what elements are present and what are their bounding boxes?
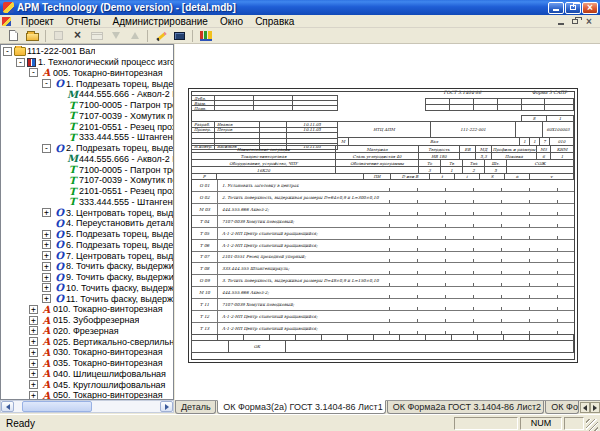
- form-cell: [515, 121, 543, 138]
- maximize-button[interactable]: [565, 2, 581, 14]
- tree-item[interactable]: +A050. Токарно-винторезная: [1, 390, 173, 400]
- tab-2[interactable]: ОК Форма3(2а) ГОСТ 3.1404-86 Лист1: [217, 400, 385, 414]
- tree-item[interactable]: T7107-0039 - Хомутик поводко: [1, 111, 173, 122]
- expand-toggle[interactable]: +: [29, 359, 38, 368]
- collapse-toggle[interactable]: -: [16, 58, 25, 67]
- expand-toggle[interactable]: +: [29, 326, 38, 335]
- menu-item-Справка[interactable]: Справка: [249, 15, 300, 28]
- expand-toggle[interactable]: +: [29, 337, 38, 346]
- tree-item[interactable]: M444.555.666 - Аквол-2 ГОСТ 5: [1, 89, 173, 100]
- process-icon: [27, 58, 36, 67]
- resize-grip[interactable]: [586, 419, 598, 431]
- tree-item[interactable]: T7100-0005 - Патрон трехкулач: [1, 100, 173, 111]
- tab-scroll-left-button[interactable]: [580, 402, 590, 413]
- tree-item[interactable]: +A025. Вертикально-сверлильная: [1, 336, 173, 347]
- tree-item[interactable]: T7100-0005 - Патрон трехкулач: [1, 164, 173, 175]
- tree-item[interactable]: T333.444.555 - Штангенциркул: [1, 132, 173, 143]
- expand-toggle[interactable]: +: [42, 240, 51, 249]
- tree-item[interactable]: T333.444.555 - Штангенциркул: [1, 197, 173, 208]
- tree-item[interactable]: -1. Технологический процесс изготовления: [1, 57, 173, 68]
- collapse-toggle[interactable]: -: [42, 144, 51, 153]
- form-cell: [253, 105, 293, 111]
- expand-toggle[interactable]: +: [29, 369, 38, 378]
- tree-item[interactable]: +A030. Токарно-винторезная: [1, 347, 173, 358]
- project-tree-panel[interactable]: -111-222-001 Вал-1. Технологический проц…: [0, 44, 174, 400]
- open-project-button[interactable]: [23, 28, 42, 43]
- expand-toggle[interactable]: +: [29, 380, 38, 389]
- scrollbar-thumb[interactable]: [22, 401, 92, 412]
- expand-toggle[interactable]: +: [42, 294, 51, 303]
- tree-item[interactable]: +A020. Фрезерная: [1, 326, 173, 337]
- tree-item[interactable]: +O9. Точить фаску, выдерживая ра: [1, 272, 173, 283]
- tree-item[interactable]: T2101-0551 - Резец проходной: [1, 186, 173, 197]
- expand-toggle[interactable]: +: [42, 208, 51, 217]
- tree-item-label: 9. Точить фаску, выдерживая ра: [66, 272, 173, 282]
- scroll-left-button[interactable]: [1, 401, 14, 412]
- tree-item-label: 1. Подрезать торец, выдерживая: [66, 79, 173, 89]
- scrollbar-track[interactable]: [14, 401, 160, 412]
- tree-item[interactable]: +O5. Подрезать торец, выдерживая: [1, 229, 173, 240]
- mdi-minimize-button[interactable]: [554, 16, 568, 27]
- expand-toggle[interactable]: +: [42, 262, 51, 271]
- mdi-restore-button[interactable]: [568, 16, 582, 27]
- view-button[interactable]: [170, 28, 189, 43]
- collapse-toggle[interactable]: -: [42, 79, 51, 88]
- new-document-button[interactable]: [4, 28, 23, 43]
- tree-item[interactable]: +O10. Точить фаску, выдерживая р: [1, 283, 173, 294]
- close-button[interactable]: ×: [582, 2, 598, 14]
- scroll-right-button[interactable]: [160, 401, 173, 412]
- expand-toggle[interactable]: +: [42, 230, 51, 239]
- t-letter-icon: T: [66, 164, 79, 175]
- collapse-toggle[interactable]: -: [29, 68, 38, 77]
- menu-item-Администрирование[interactable]: Администрирование: [107, 15, 214, 28]
- expand-toggle[interactable]: +: [42, 283, 51, 292]
- operation-code: Т 08: [192, 263, 218, 274]
- tree-item[interactable]: +A045. Круглошлифовальная: [1, 379, 173, 390]
- tree-item[interactable]: +O8. Точить фаску, выдерживая ра: [1, 261, 173, 272]
- delete-button[interactable]: ×: [68, 28, 87, 43]
- tab-4[interactable]: ОК Форм: [545, 401, 579, 414]
- expand-toggle[interactable]: +: [42, 251, 51, 260]
- form-frame: 81Дубл.Взам.Подп.Разраб.Иванов10.11.05Пр…: [191, 91, 575, 360]
- tree-item[interactable]: +A035. Токарно-винторезная: [1, 358, 173, 369]
- calculate-button[interactable]: [196, 28, 215, 43]
- edit-button[interactable]: [151, 28, 170, 43]
- move-down-icon: [112, 32, 120, 39]
- tree-item[interactable]: -A005. Токарно-винторезная: [1, 68, 173, 79]
- operation-text: 2101-0551 Резец проходной упорный;: [218, 254, 574, 259]
- form-row: Подп.: [192, 106, 338, 111]
- menu-item-Окно[interactable]: Окно: [214, 15, 249, 28]
- expand-toggle[interactable]: +: [29, 348, 38, 357]
- tree-item[interactable]: +O7. Центровать торец, выдержив: [1, 250, 173, 261]
- minimize-button[interactable]: [548, 2, 564, 14]
- expand-toggle[interactable]: +: [29, 316, 38, 325]
- tree-item[interactable]: T7107-0039 - Хомутик поводко: [1, 175, 173, 186]
- tree-item[interactable]: O4. Переустановить деталь, закр: [1, 218, 173, 229]
- tree-item[interactable]: T2101-0551 - Резец проходной: [1, 121, 173, 132]
- o-letter-icon: O: [53, 240, 66, 251]
- tree-item[interactable]: M444.555.666 - Аквол-2 ГОСТ 5: [1, 154, 173, 165]
- expand-toggle[interactable]: +: [29, 391, 38, 400]
- tree-item[interactable]: +A015. Зубофрезерная: [1, 315, 173, 326]
- collapse-toggle[interactable]: -: [3, 47, 12, 56]
- tree-item[interactable]: -O2. Подрезать торец, выдерживая: [1, 143, 173, 154]
- tree-item[interactable]: +O11. Точить фаску, выдерживая р: [1, 293, 173, 304]
- tab-3[interactable]: ОК Форма2а ГОСТ 3.1404-86 Лист2: [387, 401, 545, 414]
- tree-item[interactable]: -111-222-001 Вал: [1, 46, 173, 57]
- expand-toggle[interactable]: +: [42, 273, 51, 282]
- tab-1[interactable]: Деталь: [175, 401, 216, 414]
- tree-item[interactable]: +O6. Подрезать торец, выдерживая: [1, 240, 173, 251]
- tree-item[interactable]: -O1. Подрезать торец, выдерживая: [1, 78, 173, 89]
- document-preview-area[interactable]: ГОСТ 3.1404-86 Форма 3 САПР 81Дубл.Взам.…: [175, 44, 600, 400]
- tree-item[interactable]: +A010. Токарно-винторезная: [1, 304, 173, 315]
- operation-code: Т 07: [192, 252, 218, 263]
- tree-item[interactable]: +O3. Центровать торец, выдержив: [1, 207, 173, 218]
- tab-scroll-right-button[interactable]: [590, 402, 600, 413]
- form-cell: t: [429, 173, 455, 180]
- tree-item[interactable]: +A040. Шлицешлифовальная: [1, 369, 173, 380]
- expand-toggle[interactable]: +: [29, 305, 38, 314]
- tree-horizontal-scrollbar[interactable]: [0, 400, 174, 413]
- menu-item-Проект[interactable]: Проект: [15, 15, 60, 28]
- menu-item-Отчеты[interactable]: Отчеты: [60, 15, 107, 28]
- mdi-close-button[interactable]: ×: [582, 16, 596, 27]
